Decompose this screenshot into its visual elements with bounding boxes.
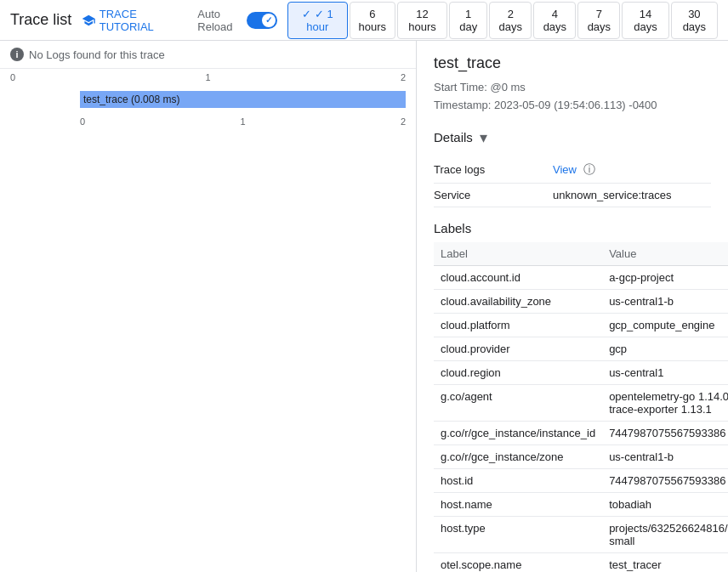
label-cell: g.co/agent	[434, 384, 602, 421]
book-icon	[82, 12, 95, 29]
value-cell: us-central1-b	[602, 445, 728, 468]
label-cell: cloud.platform	[434, 313, 602, 337]
bottom-axis-0: 0	[80, 116, 85, 127]
trace-tutorial-link[interactable]: TRACE TUTORIAL	[82, 8, 177, 33]
info-icon: i	[10, 48, 24, 61]
value-cell: 7447987075567593386	[602, 421, 728, 445]
table-row: host.typeprojects/632526624816/machineTy…	[434, 516, 728, 552]
axis-label-0: 0	[10, 72, 15, 82]
table-header-row: Label Value	[434, 242, 728, 266]
value-cell: us-central1-b	[602, 289, 728, 313]
table-row: cloud.availability_zoneus-central1-b	[434, 289, 728, 313]
time-btn-1day[interactable]: 1 day	[449, 2, 487, 39]
axis-label-1: 1	[205, 72, 210, 82]
col-header-label: Label	[434, 242, 602, 266]
table-row: g.co/r/gce_instance/instance_id744798707…	[434, 421, 728, 445]
time-range-buttons: ✓ 1 hour 6 hours 12 hours 1 day 2 days 4…	[287, 2, 718, 39]
labels-header: Labels	[434, 221, 711, 235]
trace-row[interactable]: test_trace (0.008 ms)	[10, 88, 406, 111]
table-row: cloud.regionus-central1	[434, 360, 728, 384]
chart-rows: test_trace (0.008 ms)	[0, 86, 416, 113]
info-bar: i No Logs found for this trace	[0, 41, 416, 69]
details-label: Details	[434, 130, 473, 144]
bottom-axis-2: 2	[401, 116, 406, 127]
value-cell: opentelemetry-go 1.14.0; google-cloud-tr…	[602, 384, 728, 421]
left-panel: i No Logs found for this trace 0 1 2 tes…	[0, 41, 417, 572]
time-btn-14days[interactable]: 14 days	[622, 2, 668, 39]
table-row: cloud.account.ida-gcp-project	[434, 265, 728, 289]
table-row: g.co/r/gce_instance/zoneus-central1-b	[434, 445, 728, 468]
toggle-check-icon: ✓	[265, 15, 272, 25]
auto-reload-label: Auto Reload	[197, 8, 242, 33]
value-cell: gcp	[602, 337, 728, 360]
time-btn-1hour[interactable]: ✓ 1 hour	[287, 2, 347, 39]
label-cell: host.name	[434, 492, 602, 516]
trace-logs-value: View ⓘ	[553, 162, 595, 178]
table-row: g.co/agentopentelemetry-go 1.14.0; googl…	[434, 384, 728, 421]
value-cell: us-central1	[602, 360, 728, 384]
service-row: Service unknown_service:traces	[434, 184, 711, 207]
info-help-icon[interactable]: ⓘ	[583, 162, 595, 176]
chart-axis-bottom: 0 1 2	[0, 113, 416, 130]
no-logs-message: No Logs found for this trace	[29, 48, 165, 61]
time-btn-4days[interactable]: 4 days	[533, 2, 576, 39]
value-cell: a-gcp-project	[602, 265, 728, 289]
start-time: Start Time: @0 ms	[434, 79, 711, 97]
trace-chart: 0 1 2 test_trace (0.008 ms) 0 1 2	[0, 69, 416, 572]
auto-reload-control: Auto Reload ✓	[197, 8, 277, 33]
label-cell: g.co/r/gce_instance/instance_id	[434, 421, 602, 445]
value-cell: 7447987075567593386	[602, 468, 728, 492]
chevron-down-icon: ▾	[480, 128, 487, 147]
label-cell: host.type	[434, 516, 602, 552]
label-cell: cloud.availability_zone	[434, 289, 602, 313]
time-btn-30days[interactable]: 30 days	[671, 2, 718, 39]
table-row: host.nametobadiah	[434, 492, 728, 516]
table-row: cloud.providergcp	[434, 337, 728, 360]
value-cell: tobadiah	[602, 492, 728, 516]
auto-reload-toggle[interactable]: ✓	[247, 12, 277, 29]
timestamp: Timestamp: 2023-05-09 (19:54:06.113) -04…	[434, 97, 711, 115]
value-cell: test_tracer	[602, 552, 728, 572]
trace-logs-link[interactable]: View	[553, 163, 577, 176]
chart-axis-top: 0 1 2	[0, 69, 416, 86]
time-btn-12hours[interactable]: 12 hours	[397, 2, 447, 39]
label-cell: otel.scope.name	[434, 552, 602, 572]
details-header[interactable]: Details ▾	[434, 128, 711, 147]
label-cell: host.id	[434, 468, 602, 492]
labels-table: Label Value cloud.account.ida-gcp-projec…	[434, 242, 728, 572]
value-cell: projects/632526624816/machineTypes/e2-sm…	[602, 516, 728, 552]
axis-label-2: 2	[401, 72, 406, 82]
label-cell: cloud.account.id	[434, 265, 602, 289]
time-btn-2days[interactable]: 2 days	[489, 2, 532, 39]
toggle-knob: ✓	[262, 14, 276, 27]
trace-metadata: Start Time: @0 ms Timestamp: 2023-05-09 …	[434, 79, 711, 115]
label-cell: cloud.provider	[434, 337, 602, 360]
table-row: otel.scope.nametest_tracer	[434, 552, 728, 572]
page-title: Trace list	[10, 11, 71, 29]
header: Trace list TRACE TUTORIAL Auto Reload ✓ …	[0, 0, 728, 41]
label-cell: g.co/r/gce_instance/zone	[434, 445, 602, 468]
tutorial-label: TRACE TUTORIAL	[100, 8, 178, 33]
main-content: i No Logs found for this trace 0 1 2 tes…	[0, 41, 728, 572]
trace-name: test_trace	[434, 54, 711, 72]
bar-area: test_trace (0.008 ms)	[80, 91, 406, 108]
service-value: unknown_service:traces	[553, 189, 671, 201]
bottom-axis-1: 1	[240, 116, 245, 127]
bar-label: test_trace (0.008 ms)	[83, 93, 179, 105]
value-cell: gcp_compute_engine	[602, 313, 728, 337]
table-row: cloud.platformgcp_compute_engine	[434, 313, 728, 337]
trace-logs-row: Trace logs View ⓘ	[434, 157, 711, 184]
time-btn-6hours[interactable]: 6 hours	[350, 2, 396, 39]
service-label: Service	[434, 189, 553, 201]
trace-logs-label: Trace logs	[434, 163, 553, 176]
table-row: host.id7447987075567593386	[434, 468, 728, 492]
time-btn-7days[interactable]: 7 days	[577, 2, 620, 39]
right-panel: test_trace Start Time: @0 ms Timestamp: …	[417, 41, 728, 572]
col-header-value: Value	[602, 242, 728, 266]
label-cell: cloud.region	[434, 360, 602, 384]
